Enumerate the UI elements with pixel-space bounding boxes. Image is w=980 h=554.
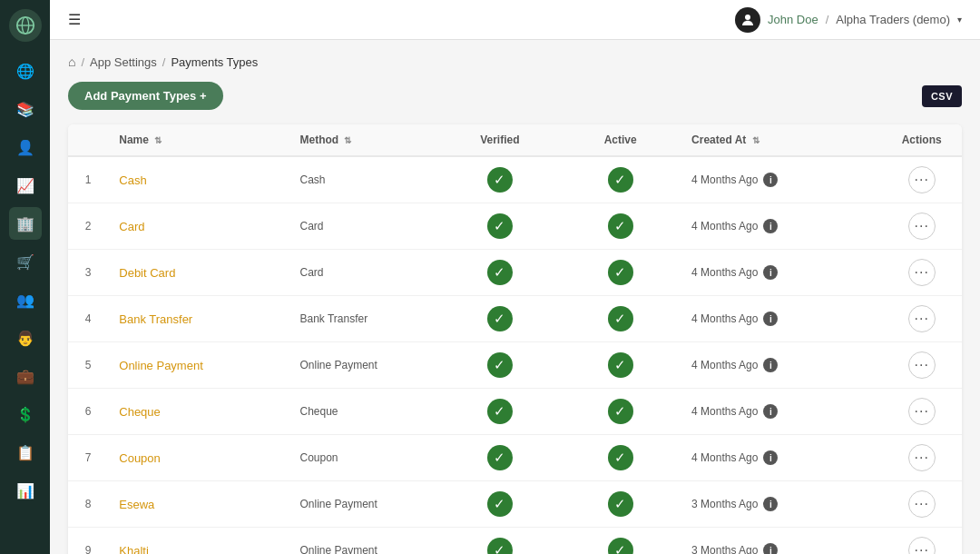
table-header: Name ⇅ Method ⇅ Verified Active Created … xyxy=(68,124,962,156)
action-menu-button-7[interactable]: ··· xyxy=(908,444,936,471)
verified-check-icon: ✓ xyxy=(487,538,513,554)
user-name[interactable]: John Doe xyxy=(768,13,818,26)
info-icon-3[interactable]: i xyxy=(763,265,778,280)
verified-check-icon: ✓ xyxy=(487,445,513,470)
row-created-1: 4 Months Ago i xyxy=(681,156,881,203)
info-icon-2[interactable]: i xyxy=(763,219,778,233)
action-menu-button-8[interactable]: ··· xyxy=(908,490,936,518)
sidebar-item-reports[interactable]: 📋 xyxy=(9,436,42,469)
sidebar-item-charts[interactable]: 📊 xyxy=(9,474,42,507)
row-name-1[interactable]: Cash xyxy=(108,156,289,203)
row-created-6: 4 Months Ago i xyxy=(681,389,881,435)
row-created-2: 4 Months Ago i xyxy=(681,203,881,250)
row-name-7[interactable]: Coupon xyxy=(108,435,289,481)
row-actions-7: ··· xyxy=(881,435,962,481)
active-check-icon: ✓ xyxy=(608,445,633,470)
sidebar-item-settings[interactable]: 🏢 xyxy=(9,207,42,240)
verified-check-icon: ✓ xyxy=(487,260,513,285)
row-active-9: ✓ xyxy=(560,528,681,555)
verified-check-icon: ✓ xyxy=(487,352,513,378)
info-icon-9[interactable]: i xyxy=(763,543,778,554)
sidebar-item-team[interactable]: 👥 xyxy=(9,283,42,316)
breadcrumb-app-settings[interactable]: App Settings xyxy=(90,55,157,69)
active-check-icon: ✓ xyxy=(608,306,633,331)
sidebar-item-dashboard[interactable]: 🌐 xyxy=(9,54,42,87)
row-verified-9: ✓ xyxy=(439,528,560,555)
main-content: ☰ John Doe / Alpha Traders (demo) ▾ ⌂ / … xyxy=(50,0,980,554)
created-text-9: 3 Months Ago xyxy=(691,544,758,554)
info-icon-1[interactable]: i xyxy=(763,173,778,187)
info-icon-6[interactable]: i xyxy=(763,404,778,419)
action-menu-button-2[interactable]: ··· xyxy=(908,213,936,240)
col-header-method[interactable]: Method ⇅ xyxy=(289,124,439,156)
row-name-3[interactable]: Debit Card xyxy=(108,250,289,296)
row-active-2: ✓ xyxy=(560,203,681,250)
row-verified-3: ✓ xyxy=(439,250,560,296)
table-row: 1 Cash Cash ✓ ✓ 4 Months Ago i ··· xyxy=(68,156,962,203)
sidebar-item-catalog[interactable]: 📚 xyxy=(9,93,42,125)
breadcrumb-home-icon[interactable]: ⌂ xyxy=(68,54,75,69)
action-menu-button-9[interactable]: ··· xyxy=(908,537,936,554)
page-header: Add Payment Types + CSV xyxy=(68,82,962,110)
method-sort-icon: ⇅ xyxy=(344,135,351,145)
row-name-8[interactable]: Esewa xyxy=(108,481,289,528)
row-num-8: 8 xyxy=(68,481,108,528)
created-text-8: 3 Months Ago xyxy=(691,498,758,510)
sidebar-item-profile[interactable]: 👨 xyxy=(9,322,42,354)
row-method-8: Online Payment xyxy=(289,481,439,528)
action-menu-button-4[interactable]: ··· xyxy=(908,305,936,332)
verified-check-icon: ✓ xyxy=(487,306,513,331)
row-name-4[interactable]: Bank Transfer xyxy=(108,296,289,342)
topbar-right: John Doe / Alpha Traders (demo) ▾ xyxy=(735,7,962,33)
sidebar-item-analytics[interactable]: 📈 xyxy=(9,169,42,202)
active-check-icon: ✓ xyxy=(608,167,633,193)
table-row: 3 Debit Card Card ✓ ✓ 4 Months Ago i ··· xyxy=(68,250,962,296)
payment-types-table-container: Name ⇅ Method ⇅ Verified Active Created … xyxy=(68,124,962,554)
row-method-3: Card xyxy=(289,250,439,296)
row-name-6[interactable]: Cheque xyxy=(108,389,289,435)
topbar-left: ☰ xyxy=(68,11,81,28)
sidebar-item-payments[interactable]: 💲 xyxy=(9,398,42,430)
col-header-name[interactable]: Name ⇅ xyxy=(108,124,289,156)
info-icon-8[interactable]: i xyxy=(763,497,778,511)
company-name[interactable]: Alpha Traders (demo) xyxy=(836,13,950,26)
row-active-7: ✓ xyxy=(560,435,681,481)
action-menu-button-1[interactable]: ··· xyxy=(908,166,936,193)
row-active-3: ✓ xyxy=(560,250,681,296)
created-sort-icon: ⇅ xyxy=(752,135,760,145)
created-text-5: 4 Months Ago xyxy=(691,359,758,371)
row-method-1: Cash xyxy=(289,156,439,203)
col-header-created[interactable]: Created At ⇅ xyxy=(681,124,881,156)
action-menu-button-6[interactable]: ··· xyxy=(908,398,936,425)
row-name-5[interactable]: Online Payment xyxy=(108,342,289,389)
created-text-2: 4 Months Ago xyxy=(691,220,758,232)
active-check-icon: ✓ xyxy=(608,491,633,517)
sidebar-item-users[interactable]: 👤 xyxy=(9,131,42,163)
csv-export-button[interactable]: CSV xyxy=(922,85,962,107)
created-text-7: 4 Months Ago xyxy=(691,451,758,464)
action-menu-button-5[interactable]: ··· xyxy=(908,351,936,379)
info-icon-4[interactable]: i xyxy=(763,312,778,326)
sidebar-item-orders[interactable]: 🛒 xyxy=(9,245,42,278)
row-name-2[interactable]: Card xyxy=(108,203,289,250)
row-active-5: ✓ xyxy=(560,342,681,389)
menu-toggle-icon[interactable]: ☰ xyxy=(68,11,81,28)
row-active-8: ✓ xyxy=(560,481,681,528)
add-payment-types-button[interactable]: Add Payment Types + xyxy=(68,82,223,110)
row-name-9[interactable]: Khalti xyxy=(108,528,289,555)
verified-check-icon: ✓ xyxy=(487,491,513,517)
row-method-6: Cheque xyxy=(289,389,439,435)
row-actions-6: ··· xyxy=(881,389,962,435)
info-icon-7[interactable]: i xyxy=(763,450,778,465)
table-row: 2 Card Card ✓ ✓ 4 Months Ago i ··· xyxy=(68,203,962,250)
created-text-3: 4 Months Ago xyxy=(691,266,758,279)
verified-check-icon: ✓ xyxy=(487,213,513,239)
action-menu-button-3[interactable]: ··· xyxy=(908,259,936,286)
info-icon-5[interactable]: i xyxy=(763,358,778,372)
row-actions-5: ··· xyxy=(881,342,962,389)
row-num-4: 4 xyxy=(68,296,108,342)
user-menu-chevron-icon[interactable]: ▾ xyxy=(957,15,962,25)
sidebar-item-billing[interactable]: 💼 xyxy=(9,360,42,392)
created-text-4: 4 Months Ago xyxy=(691,312,758,325)
col-header-num xyxy=(68,124,108,156)
